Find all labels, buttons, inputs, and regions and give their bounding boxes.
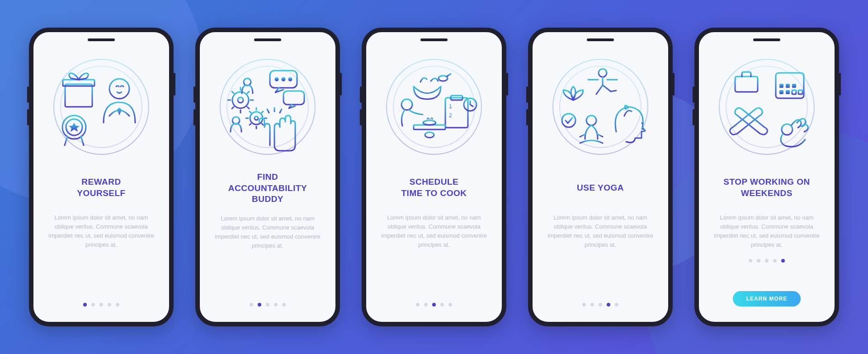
cook-icon: 1 2 xyxy=(382,55,486,159)
card-title: USE YOGA xyxy=(577,172,624,204)
card-desc: Lorem ipsum dolor sit amet, no nam obliq… xyxy=(212,214,323,251)
yoga-icon xyxy=(548,55,652,159)
dot[interactable] xyxy=(582,303,586,306)
svg-point-58 xyxy=(782,124,793,135)
svg-rect-55 xyxy=(786,90,790,94)
phone-yoga: USE YOGA Lorem ipsum dolor sit amet, no … xyxy=(528,28,673,326)
svg-line-25 xyxy=(447,74,451,77)
svg-text:2: 2 xyxy=(449,112,452,119)
svg-point-16 xyxy=(232,92,249,108)
dot[interactable] xyxy=(765,259,769,263)
learn-more-button[interactable]: LEARN MORE xyxy=(733,291,801,306)
accountability-icon xyxy=(216,55,320,159)
pagination-dots xyxy=(250,303,286,308)
card-title: REWARD YOURSELF xyxy=(77,172,125,204)
dot[interactable] xyxy=(607,303,610,306)
dot[interactable] xyxy=(448,303,452,306)
card-title: STOP WORKING ON WEEKENDS xyxy=(723,172,810,204)
dot[interactable] xyxy=(432,303,436,306)
svg-rect-53 xyxy=(792,84,796,88)
dot[interactable] xyxy=(99,303,103,306)
phones-row: REWARD YOURSELF Lorem ipsum dolor sit am… xyxy=(0,0,868,354)
dot[interactable] xyxy=(91,303,95,306)
card-desc: Lorem ipsum dolor sit amet, no nam obliq… xyxy=(46,213,156,250)
svg-point-40 xyxy=(599,69,607,77)
svg-rect-51 xyxy=(779,84,783,88)
dot[interactable] xyxy=(440,303,444,306)
card-desc: Lorem ipsum dolor sit amet, no nam obliq… xyxy=(379,213,489,250)
dot[interactable] xyxy=(599,303,602,306)
svg-point-19 xyxy=(255,116,258,120)
pagination-dots xyxy=(749,259,785,264)
dot[interactable] xyxy=(282,303,286,306)
pagination-dots xyxy=(83,303,119,308)
weekends-icon xyxy=(715,55,819,159)
svg-point-15 xyxy=(289,78,292,81)
dot[interactable] xyxy=(83,303,87,306)
svg-point-41 xyxy=(562,114,576,127)
svg-point-10 xyxy=(227,66,308,148)
svg-rect-12 xyxy=(283,91,304,105)
phone-reward: REWARD YOURSELF Lorem ipsum dolor sit am… xyxy=(29,28,174,326)
dot[interactable] xyxy=(116,303,119,306)
dot[interactable] xyxy=(258,303,261,306)
dot[interactable] xyxy=(749,259,752,263)
dot[interactable] xyxy=(108,303,111,306)
svg-rect-57 xyxy=(798,90,802,94)
svg-point-33 xyxy=(401,99,412,110)
dot[interactable] xyxy=(757,259,760,263)
svg-rect-54 xyxy=(779,90,783,94)
svg-point-37 xyxy=(423,120,436,125)
svg-point-14 xyxy=(282,78,285,81)
dot[interactable] xyxy=(266,303,269,306)
svg-point-8 xyxy=(109,79,129,99)
phone-weekends: STOP WORKING ON WEEKENDS Lorem ipsum dol… xyxy=(694,28,839,326)
card-title: FIND ACCOUNTABILITY BUDDY xyxy=(228,172,307,205)
card-desc: Lorem ipsum dolor sit amet, no nam obliq… xyxy=(545,213,656,250)
phone-cook: 1 2 SC xyxy=(362,28,506,326)
svg-marker-7 xyxy=(69,123,80,132)
dot[interactable] xyxy=(424,303,428,306)
svg-point-44 xyxy=(726,66,807,148)
dot[interactable] xyxy=(590,303,594,306)
svg-point-42 xyxy=(586,115,596,125)
dot[interactable] xyxy=(250,303,253,306)
dot[interactable] xyxy=(781,259,785,263)
dot[interactable] xyxy=(615,303,618,306)
pagination-dots xyxy=(416,303,452,308)
svg-point-17 xyxy=(238,97,243,103)
card-desc: Lorem ipsum dolor sit amet, no nam obliq… xyxy=(712,213,822,250)
svg-point-38 xyxy=(553,59,648,154)
card-title: SCHEDULE TIME TO COOK xyxy=(401,172,467,204)
svg-text:1: 1 xyxy=(449,103,452,110)
svg-rect-45 xyxy=(735,77,758,92)
dot[interactable] xyxy=(416,303,420,306)
reward-icon xyxy=(49,55,153,159)
svg-rect-52 xyxy=(786,84,790,88)
phone-accountability: FIND ACCOUNTABILITY BUDDY Lorem ipsum do… xyxy=(195,28,340,326)
svg-point-13 xyxy=(275,78,278,81)
svg-rect-56 xyxy=(792,90,796,94)
dot[interactable] xyxy=(773,259,777,263)
pagination-dots xyxy=(582,303,618,308)
dot[interactable] xyxy=(274,303,278,306)
